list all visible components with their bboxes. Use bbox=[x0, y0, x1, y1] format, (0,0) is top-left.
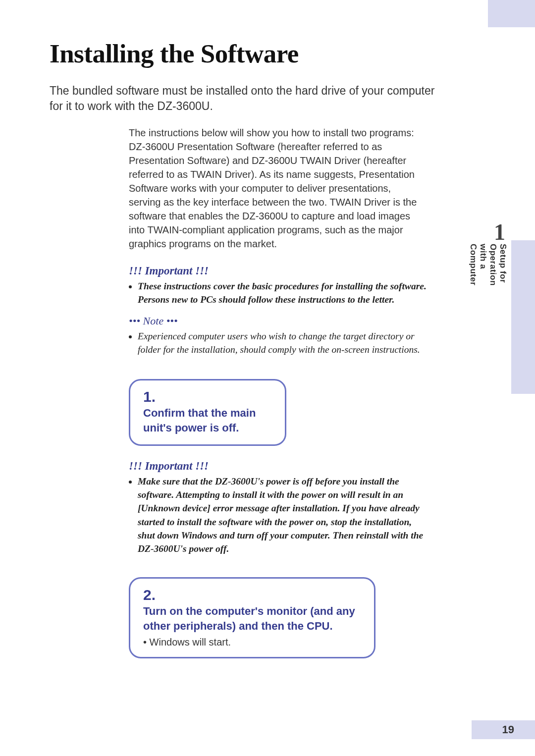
page-content: Installing the Software The bundled soft… bbox=[50, 39, 500, 658]
important-bullet-1: These instructions cover the basic proce… bbox=[138, 279, 430, 307]
intro-paragraph: The instructions below will show you how… bbox=[129, 126, 421, 251]
note-list: Experienced computer users who wish to c… bbox=[129, 329, 430, 357]
important-bullet-2: Make sure that the DZ-3600U's power is o… bbox=[138, 475, 430, 556]
page-number: 19 bbox=[502, 723, 535, 736]
important-heading-2: !!! Important !!! bbox=[129, 460, 421, 473]
page-title: Installing the Software bbox=[50, 39, 500, 68]
note-heading: ••• Note ••• bbox=[129, 315, 421, 327]
step-number-2: 2. bbox=[143, 587, 361, 603]
manual-page: 1 Setup for Operation with a Computer In… bbox=[0, 0, 535, 756]
important-list-1: These instructions cover the basic proce… bbox=[129, 279, 430, 307]
step-text-1: Confirm that the main unit's power is of… bbox=[143, 406, 272, 435]
chapter-tab-background bbox=[511, 240, 535, 394]
body-block: The instructions below will show you how… bbox=[129, 126, 421, 356]
step-box-2: 2. Turn on the computer's monitor (and a… bbox=[129, 577, 375, 658]
important-list-2: Make sure that the DZ-3600U's power is o… bbox=[129, 475, 430, 556]
page-footer: 19 bbox=[472, 720, 535, 739]
important-heading-1: !!! Important !!! bbox=[129, 265, 421, 277]
step-text-2: Turn on the computer's monitor (and any … bbox=[143, 604, 361, 633]
lead-paragraph: The bundled software must be installed o… bbox=[50, 83, 446, 114]
step-box-1: 1. Confirm that the main unit's power is… bbox=[129, 379, 286, 445]
note-bullet: Experienced computer users who wish to c… bbox=[138, 329, 430, 357]
top-tab-decoration bbox=[488, 0, 535, 27]
body-block-2: !!! Important !!! Make sure that the DZ-… bbox=[129, 460, 421, 556]
step-subtext-2: • Windows will start. bbox=[143, 637, 361, 648]
step-number-1: 1. bbox=[143, 388, 272, 405]
